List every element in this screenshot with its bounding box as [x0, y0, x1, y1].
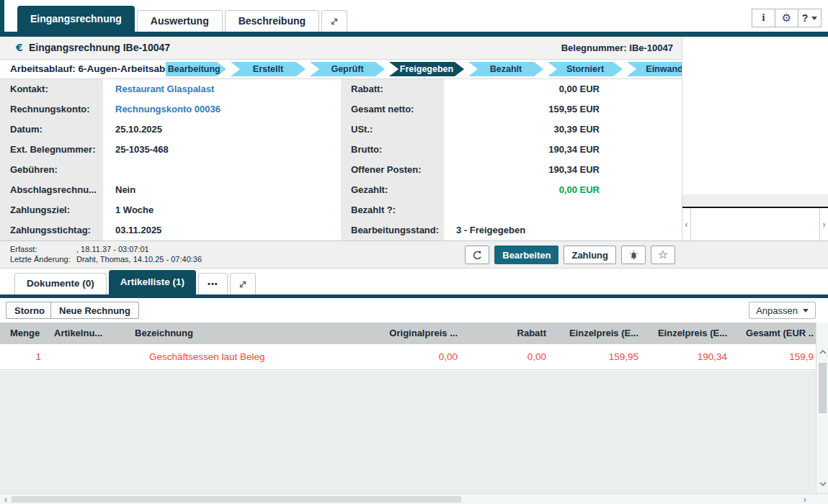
scroll-right-button[interactable]: ›	[820, 208, 828, 240]
workflow-step-erstellt[interactable]: Erstellt	[231, 62, 306, 76]
field-value-brutto: 190,34 EUR	[444, 140, 682, 160]
doc-number: Belegnummer: IBe-10047	[561, 37, 673, 59]
side-panel-scroll-strip: ‹ ›	[682, 208, 828, 240]
column-header-menge[interactable]: Menge	[0, 323, 48, 344]
field-value-gesamt-netto: 159,95 EUR	[444, 99, 682, 120]
chevron-down-icon	[819, 482, 827, 486]
customize-label: Anpassen	[756, 305, 798, 316]
tab-auswertung[interactable]: Auswertung	[137, 10, 223, 32]
field-value-kontakt[interactable]: Restaurant Glaspalast	[103, 79, 341, 99]
more-tabs-button[interactable]: •••	[198, 273, 228, 294]
record-footer-bar: Erfasst: , 18.11.37 - 03:07:01 Letzte Än…	[0, 240, 828, 269]
scroll-left-button[interactable]: ‹	[0, 494, 12, 504]
record-actions: Bearbeiten Zahlung ☆	[465, 246, 675, 264]
field-label-ext-belegnummer: Ext. Belegnummer:	[0, 140, 103, 160]
vertical-scrollbar[interactable]	[816, 323, 828, 493]
field-value-bezahlt-frage	[444, 200, 682, 220]
workflow-step-storniert[interactable]: Storniert	[548, 62, 623, 76]
expand-icon	[238, 279, 248, 289]
detail-tab-bar: Dokumente (0) Artikelliste (1) •••	[0, 269, 828, 294]
workflow-step-geprueft[interactable]: Geprüft	[310, 62, 385, 76]
field-label-rabatt: Rabatt:	[341, 79, 444, 99]
field-label-zahlungsstichtag: Zahlungsstichtag:	[0, 220, 103, 240]
top-tab-bar: Eingangsrechnung Auswertung Beschreibung…	[0, 0, 828, 32]
tab-beschreibung[interactable]: Beschreibung	[225, 10, 319, 32]
field-value-gezahlt: 0,00 EUR	[444, 180, 682, 200]
info-button[interactable]: i	[752, 9, 775, 27]
accent-band	[0, 32, 828, 37]
scroll-down-button[interactable]	[816, 479, 828, 489]
settings-button[interactable]: ⚙	[775, 9, 798, 27]
column-header-artikelnummer[interactable]: Artikelnu...	[48, 323, 120, 344]
created-label: Erfasst:	[10, 245, 76, 255]
expand-icon	[329, 17, 339, 27]
side-panel-region: ‹ ›	[682, 37, 828, 240]
cell-einzelpreis-2: 190,34	[641, 344, 729, 369]
tab-eingangsrechnung[interactable]: Eingangsrechnung	[17, 6, 135, 32]
help-button[interactable]: ?	[798, 9, 822, 27]
workflow-step-in-bearbeitung[interactable]: In Bearbeitung	[166, 62, 226, 76]
field-value-zahlungsziel: 1 Woche	[103, 200, 341, 220]
audit-info: Erfasst: , 18.11.37 - 03:07:01 Letzte Än…	[10, 245, 202, 265]
help-icon: ?	[802, 12, 809, 24]
column-header-originalpreis[interactable]: Originalpreis ...	[352, 323, 460, 344]
vertical-scroll-thumb[interactable]	[819, 363, 827, 413]
horizontal-scrollbar[interactable]: ‹ ›	[0, 493, 828, 504]
cell-bezeichnung: Geschäftsessen laut Beleg	[120, 344, 352, 369]
edit-button[interactable]: Bearbeiten	[494, 246, 558, 264]
field-grid: Kontakt: Restaurant Glaspalast Rabatt: 0…	[0, 79, 682, 240]
expand-detail-button[interactable]	[230, 273, 256, 294]
field-label-kontakt: Kontakt:	[0, 79, 103, 99]
expand-tabs-button[interactable]	[321, 10, 347, 32]
workflow-step-einwand[interactable]: Einwand	[627, 62, 682, 76]
column-header-bezeichnung[interactable]: Bezeichnung	[120, 323, 352, 344]
cell-artikelnummer	[48, 344, 120, 369]
scroll-right-button[interactable]: ›	[799, 494, 811, 504]
column-header-rabatt[interactable]: Rabatt	[460, 323, 548, 344]
scroll-up-button[interactable]	[816, 347, 828, 357]
column-header-einzelpreis-1[interactable]: Einzelpreis (E...	[548, 323, 641, 344]
refresh-icon	[472, 250, 483, 261]
alarm-bell-icon	[628, 250, 640, 261]
field-label-abschlagsrechnung: Abschlagsrechnu...	[0, 180, 103, 200]
tab-label: Auswertung	[151, 15, 209, 27]
column-header-gesamt[interactable]: Gesamt (EUR ..	[729, 323, 816, 344]
column-header-einzelpreis-2[interactable]: Einzelpreis (E...	[641, 323, 729, 344]
field-label-ust: USt.:	[341, 120, 444, 140]
detail-tabs-group: Dokumente (0) Artikelliste (1) •••	[14, 270, 256, 294]
favorite-button[interactable]: ☆	[651, 246, 675, 264]
tab-label: Eingangsrechnung	[30, 13, 122, 24]
modified-label: Letzte Änderung:	[10, 255, 76, 265]
euro-icon: €	[16, 37, 23, 59]
workflow-step-bezahlt[interactable]: Bezahlt	[468, 62, 543, 76]
field-label-gesamt-netto: Gesamt netto:	[341, 99, 444, 120]
storno-button[interactable]: Storno	[6, 302, 53, 319]
article-table-header: Menge Artikelnu... Bezeichnung Originalp…	[0, 323, 816, 344]
star-icon: ☆	[658, 249, 668, 261]
field-label-bezahlt-frage: Bezahlt ?:	[341, 200, 444, 220]
field-label-rechnungskonto: Rechnungskonto:	[0, 99, 103, 120]
new-invoice-button[interactable]: Neue Rechnung	[50, 302, 139, 319]
chevron-down-icon	[811, 17, 817, 20]
horizontal-scroll-thumb[interactable]	[12, 496, 461, 503]
page-title: Eingangsrechnung IBe-10047	[29, 37, 170, 59]
scroll-left-button[interactable]: ‹	[682, 208, 690, 240]
detail-toolbar: Storno Neue Rechnung Anpassen	[0, 298, 828, 323]
customize-button[interactable]: Anpassen	[749, 302, 816, 319]
payment-button[interactable]: Zahlung	[564, 246, 616, 264]
alarm-button[interactable]	[621, 246, 646, 264]
tab-dokumente[interactable]: Dokumente (0)	[14, 273, 107, 294]
refresh-button[interactable]	[465, 246, 489, 264]
workflow-steps: In Bearbeitung Erstellt Geprüft Freigege…	[166, 60, 682, 78]
field-label-brutto: Brutto:	[341, 140, 444, 160]
side-panel-scroll-track	[690, 208, 820, 240]
tab-label: Beschreibung	[239, 15, 306, 27]
created-value: , 18.11.37 - 03:07:01	[76, 245, 202, 255]
workflow-label: Arbeitsablauf: 6-Augen-Arbeitsablauf	[10, 60, 182, 78]
table-row[interactable]: 1 Geschäftsessen laut Beleg 0,00 0,00 15…	[0, 344, 816, 370]
workflow-step-freigegeben[interactable]: Freigegeben	[389, 62, 464, 76]
field-label-offener-posten: Offener Posten:	[341, 160, 444, 180]
field-value-rechnungskonto[interactable]: Rechnungskonto 00036	[103, 99, 341, 120]
field-value-gebuehren	[103, 160, 341, 180]
tab-artikelliste[interactable]: Artikelliste (1)	[109, 270, 196, 294]
